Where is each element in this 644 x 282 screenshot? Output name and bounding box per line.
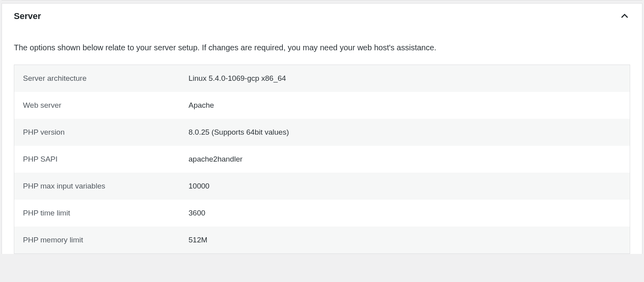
table-row: PHP SAPI apache2handler xyxy=(14,146,630,173)
table-row: PHP max input variables 10000 xyxy=(14,173,630,200)
row-label: Server architecture xyxy=(14,67,185,90)
row-value: Linux 5.4.0-1069-gcp x86_64 xyxy=(185,67,630,90)
panel-description: The options shown below relate to your s… xyxy=(14,30,630,53)
panel-title: Server xyxy=(14,11,41,21)
row-value: apache2handler xyxy=(185,148,630,171)
top-divider xyxy=(2,0,642,3)
row-label: PHP max input variables xyxy=(14,175,185,198)
row-value: 3600 xyxy=(185,202,630,225)
panel-body: The options shown below relate to your s… xyxy=(2,26,642,254)
row-label: PHP memory limit xyxy=(14,229,185,252)
table-row: PHP time limit 3600 xyxy=(14,200,630,227)
row-label: PHP time limit xyxy=(14,202,185,225)
table-row: PHP version 8.0.25 (Supports 64bit value… xyxy=(14,119,630,146)
row-value: Apache xyxy=(185,94,630,117)
row-value: 512M xyxy=(185,229,630,252)
table-row: Server architecture Linux 5.4.0-1069-gcp… xyxy=(14,65,630,92)
row-label: PHP SAPI xyxy=(14,148,185,171)
row-value: 8.0.25 (Supports 64bit values) xyxy=(185,121,630,144)
chevron-up-icon xyxy=(619,11,630,22)
server-panel: Server The options shown below relate to… xyxy=(2,3,642,254)
row-label: PHP version xyxy=(14,121,185,144)
panel-header[interactable]: Server xyxy=(2,4,642,26)
server-info-table: Server architecture Linux 5.4.0-1069-gcp… xyxy=(14,65,630,254)
table-row: Web server Apache xyxy=(14,92,630,119)
row-label: Web server xyxy=(14,94,185,117)
page-container: Server The options shown below relate to… xyxy=(0,0,644,254)
row-value: 10000 xyxy=(185,175,630,198)
table-row: PHP memory limit 512M xyxy=(14,227,630,253)
